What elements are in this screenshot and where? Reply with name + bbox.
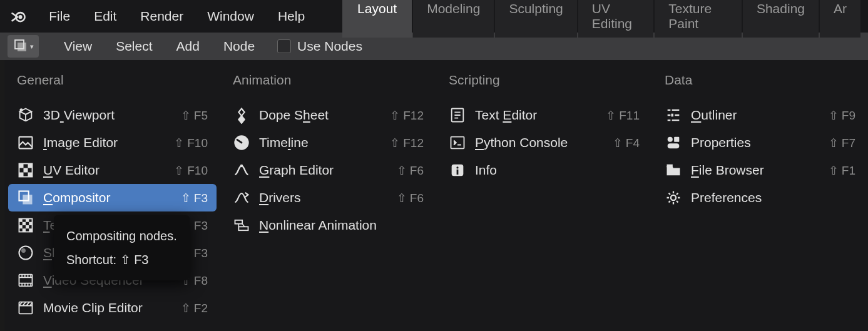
dope-sheet-icon xyxy=(233,106,250,124)
editor-type-entry[interactable]: Graph Editor⇧ F6 xyxy=(224,156,432,184)
entry-label: Nonlinear Animation xyxy=(259,218,424,233)
column-header-data: Data xyxy=(656,65,864,101)
sec-menu-select[interactable]: Select xyxy=(106,35,162,58)
svg-rect-32 xyxy=(451,137,464,149)
entry-shortcut: ⇧ F11 xyxy=(606,108,640,123)
preferences-icon xyxy=(665,189,682,206)
svg-rect-8 xyxy=(28,164,33,168)
svg-point-34 xyxy=(456,166,458,168)
nla-icon xyxy=(233,216,250,234)
outliner-icon xyxy=(665,106,682,124)
svg-rect-30 xyxy=(238,227,248,230)
menu-help[interactable]: Help xyxy=(267,4,316,29)
top-menu-bar: File Edit Render Window Help Layout Mode… xyxy=(0,0,868,33)
svg-rect-20 xyxy=(26,225,29,228)
tab-modeling[interactable]: Modeling xyxy=(413,0,494,38)
entry-label: Text Editor xyxy=(475,108,606,123)
tab-sculpting[interactable]: Sculpting xyxy=(495,0,576,38)
editor-type-entry[interactable]: Info xyxy=(440,156,648,184)
svg-rect-16 xyxy=(26,219,29,222)
chevron-down-icon: ▾ xyxy=(30,43,34,51)
editor-type-dropdown: General 3D Viewport⇧ F5Image Editor⇧ F10… xyxy=(4,60,868,331)
editor-type-entry[interactable]: Preferences xyxy=(656,184,864,211)
svg-rect-40 xyxy=(667,165,673,168)
editor-type-entry[interactable]: Image Editor⇧ F10 xyxy=(8,129,217,156)
editor-type-entry[interactable]: Text Editor⇧ F11 xyxy=(440,101,648,129)
entry-label: Info xyxy=(475,163,640,178)
entry-label: Compositor xyxy=(43,190,181,205)
uv-editor-icon xyxy=(17,161,34,179)
svg-rect-37 xyxy=(668,137,673,142)
entry-shortcut: ⇧ F10 xyxy=(174,136,208,150)
checkbox-icon xyxy=(277,39,291,53)
column-data: Data Outliner⇧ F9Properties⇧ F7File Brow… xyxy=(652,65,868,322)
svg-point-1 xyxy=(18,15,22,19)
tooltip-line1: Compositing nodes. xyxy=(66,224,177,248)
blender-logo-icon xyxy=(10,7,28,26)
editor-type-entry[interactable]: Movie Clip Editor⇧ F2 xyxy=(8,294,217,322)
svg-rect-18 xyxy=(29,222,32,225)
editor-type-entry[interactable]: UV Editor⇧ F10 xyxy=(8,156,217,184)
svg-rect-22 xyxy=(29,228,32,232)
image-editor-icon xyxy=(17,134,34,151)
svg-rect-15 xyxy=(19,219,23,222)
tab-uv-editing[interactable]: UV Editing xyxy=(578,0,654,38)
entry-label: Timeline xyxy=(259,135,390,150)
entry-label: Preferences xyxy=(691,190,855,205)
entry-shortcut: ⇧ F12 xyxy=(390,108,424,123)
editor-type-entry[interactable]: Timeline⇧ F12 xyxy=(224,129,432,156)
entry-shortcut: ⇧ F6 xyxy=(397,191,424,205)
menu-render[interactable]: Render xyxy=(129,4,195,29)
properties-icon xyxy=(665,134,682,151)
entry-label: UV Editor xyxy=(43,163,174,178)
entry-shortcut: ⇧ F12 xyxy=(390,136,424,150)
sec-menu-node[interactable]: Node xyxy=(213,35,265,58)
svg-rect-17 xyxy=(23,222,26,225)
menu-file[interactable]: File xyxy=(38,4,81,29)
entry-shortcut: ⇧ F2 xyxy=(181,301,208,315)
editor-type-entry[interactable]: Drivers⇧ F6 xyxy=(224,184,432,211)
entry-shortcut: ⇧ F1 xyxy=(829,163,855,178)
editor-type-entry[interactable]: File Browser⇧ F1 xyxy=(656,156,864,184)
svg-rect-9 xyxy=(24,168,28,173)
svg-point-28 xyxy=(240,165,243,168)
editor-type-entry[interactable]: Dope Sheet⇧ F12 xyxy=(224,101,432,129)
shader-editor-icon xyxy=(17,244,34,262)
use-nodes-toggle[interactable]: Use Nodes xyxy=(277,39,362,54)
svg-rect-11 xyxy=(28,173,33,177)
editor-type-entry[interactable]: Compositor⇧ F3 xyxy=(8,184,217,211)
tab-animation-partial[interactable]: Ar xyxy=(820,0,860,38)
text-editor-icon xyxy=(449,106,466,124)
column-header-scripting: Scripting xyxy=(440,65,648,101)
entry-label: Dope Sheet xyxy=(259,108,390,123)
entry-label: Graph Editor xyxy=(259,163,397,178)
column-animation: Animation Dope Sheet⇧ F12Timeline⇧ F12Gr… xyxy=(220,65,436,322)
entry-shortcut: ⇧ F3 xyxy=(181,191,208,205)
editor-type-entry[interactable]: 3D Viewport⇧ F5 xyxy=(8,101,217,129)
menu-window[interactable]: Window xyxy=(196,4,265,29)
svg-rect-5 xyxy=(19,137,33,149)
menu-edit[interactable]: Edit xyxy=(83,4,128,29)
editor-type-entry[interactable]: Outliner⇧ F9 xyxy=(656,101,864,129)
entry-label: Outliner xyxy=(691,108,829,123)
editor-type-entry[interactable]: Nonlinear Animation xyxy=(224,211,432,239)
column-header-general: General xyxy=(8,65,217,101)
sec-menu-view[interactable]: View xyxy=(54,35,102,58)
svg-rect-36 xyxy=(671,114,674,117)
sec-menu-add[interactable]: Add xyxy=(166,35,210,58)
svg-rect-35 xyxy=(457,170,459,175)
svg-rect-19 xyxy=(19,225,23,228)
compositor-icon xyxy=(13,38,28,55)
editor-type-selector[interactable]: ▾ xyxy=(8,35,39,58)
video-sequencer-icon xyxy=(17,272,34,289)
movie-clip-icon xyxy=(17,299,34,317)
editor-type-entry[interactable]: Python Console⇧ F4 xyxy=(440,129,648,156)
editor-type-entry[interactable]: Properties⇧ F7 xyxy=(656,129,864,156)
graph-editor-icon xyxy=(233,161,250,179)
tab-texture-paint[interactable]: Texture Paint xyxy=(655,0,742,38)
tab-layout[interactable]: Layout xyxy=(342,0,412,38)
svg-rect-7 xyxy=(19,164,24,168)
tab-shading[interactable]: Shading xyxy=(743,0,819,38)
workspace-tabs: Layout Modeling Sculpting UV Editing Tex… xyxy=(342,0,862,38)
svg-point-23 xyxy=(19,247,33,260)
